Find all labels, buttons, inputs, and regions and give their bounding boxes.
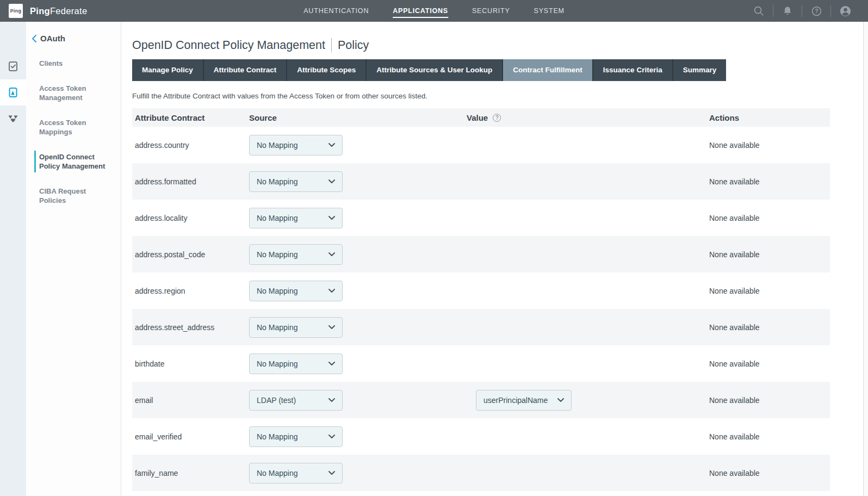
- chevron-left-icon: [32, 35, 36, 42]
- actions-value: None available: [709, 432, 830, 441]
- attribute-contract-value: address.formatted: [132, 177, 249, 186]
- attribute-contract-value: address.region: [132, 287, 249, 295]
- oauth-grants-icon[interactable]: [0, 106, 26, 132]
- chevron-down-icon: [328, 435, 335, 439]
- dropdown-value: No Mapping: [257, 177, 298, 186]
- tab-summary[interactable]: Summary: [672, 59, 727, 81]
- header-source: Source: [249, 113, 467, 122]
- nav-item-applications[interactable]: APPLICATIONS: [393, 0, 448, 22]
- attribute-contract-value: address.postal_code: [132, 250, 249, 259]
- scrollbar-track[interactable]: [863, 22, 868, 496]
- help-icon[interactable]: ?: [802, 0, 830, 22]
- header-icons: ?: [745, 0, 859, 22]
- header-actions: Actions: [709, 113, 830, 122]
- tab-bar: Manage PolicyAttribute ContractAttribute…: [132, 59, 726, 81]
- ping-logo-text: Ping: [10, 8, 21, 14]
- sidebar-items: ClientsAccess Token ManagementAccess Tok…: [26, 59, 121, 205]
- table-row: address.formatted No Mapping None availa…: [132, 163, 830, 200]
- dropdown-value: No Mapping: [257, 432, 298, 441]
- actions-value: None available: [709, 214, 830, 222]
- ping-logo: Ping: [9, 4, 23, 18]
- sidebar-item-ciba-request-policies[interactable]: CIBA Request Policies: [26, 187, 121, 205]
- chevron-down-icon: [328, 143, 335, 147]
- dropdown-value: No Mapping: [257, 214, 298, 222]
- attribute-contract-value: email_verified: [132, 432, 249, 441]
- source-dropdown[interactable]: No Mapping: [249, 208, 343, 228]
- contract-fulfillment-table: Attribute Contract Source Value ? Action…: [132, 108, 830, 491]
- brand-bold: Ping: [30, 6, 50, 16]
- nav-item-authentication[interactable]: AUTHENTICATION: [303, 0, 369, 22]
- chevron-down-icon: [328, 362, 335, 366]
- app-header: Ping PingFederate AUTHENTICATIONAPPLICAT…: [0, 0, 868, 22]
- sidebar-item-openid-connect-policy-management[interactable]: OpenID Connect Policy Management: [26, 152, 121, 171]
- source-dropdown[interactable]: No Mapping: [249, 281, 343, 301]
- tab-attribute-contract[interactable]: Attribute Contract: [203, 59, 287, 81]
- dropdown-value: userPrincipalName: [483, 396, 548, 405]
- dropdown-value: No Mapping: [257, 250, 298, 259]
- table-row: email LDAP (test) userPrincipalName None…: [132, 382, 830, 418]
- value-help-icon[interactable]: ?: [493, 114, 501, 122]
- tab-issuance-criteria[interactable]: Issuance Criteria: [592, 59, 672, 81]
- source-dropdown[interactable]: No Mapping: [249, 426, 343, 447]
- sidebar: OAuth ClientsAccess Token ManagementAcce…: [26, 22, 121, 496]
- sidebar-item-access-token-mappings[interactable]: Access Token Mappings: [26, 118, 121, 137]
- source-dropdown[interactable]: No Mapping: [249, 135, 343, 156]
- source-dropdown[interactable]: No Mapping: [249, 317, 343, 338]
- search-icon[interactable]: [745, 0, 773, 22]
- source-dropdown[interactable]: LDAP (test): [249, 390, 343, 411]
- attribute-contract-value: address.street_address: [132, 323, 249, 332]
- user-avatar[interactable]: [831, 0, 859, 22]
- main-content: OpenID Connect Policy Management Policy …: [121, 22, 868, 496]
- dropdown-value: LDAP (test): [257, 396, 296, 405]
- brand-light: Federate: [50, 6, 87, 16]
- attribute-contract-value: address.country: [132, 141, 249, 150]
- top-nav: AUTHENTICATIONAPPLICATIONSSECURITYSYSTEM: [303, 0, 565, 22]
- header-attribute-contract: Attribute Contract: [132, 113, 249, 122]
- sidebar-back-oauth[interactable]: OAuth: [26, 34, 121, 43]
- tab-attribute-sources-user-lookup[interactable]: Attribute Sources & User Lookup: [365, 59, 502, 81]
- source-cell: No Mapping: [249, 244, 467, 265]
- actions-value: None available: [709, 177, 830, 186]
- table-row: email_verified No Mapping None available: [132, 418, 830, 455]
- source-dropdown[interactable]: No Mapping: [249, 354, 343, 374]
- table-row: family_name No Mapping None available: [132, 455, 830, 491]
- attribute-contract-value: birthdate: [132, 359, 249, 368]
- dropdown-value: No Mapping: [257, 141, 298, 150]
- actions-value: None available: [709, 323, 830, 332]
- notifications-bell-icon[interactable]: [773, 0, 802, 22]
- source-cell: No Mapping: [249, 281, 467, 301]
- sidebar-item-clients[interactable]: Clients: [26, 59, 121, 68]
- value-cell: userPrincipalName: [467, 390, 709, 411]
- attribute-contract-value: family_name: [132, 469, 249, 478]
- tab-manage-policy[interactable]: Manage Policy: [132, 59, 203, 81]
- source-cell: No Mapping: [249, 208, 467, 228]
- source-dropdown[interactable]: No Mapping: [249, 171, 343, 192]
- nav-item-system[interactable]: SYSTEM: [534, 0, 565, 22]
- nav-item-security[interactable]: SECURITY: [472, 0, 510, 22]
- access-token-icon[interactable]: [0, 79, 26, 106]
- clients-check-icon[interactable]: [0, 53, 26, 79]
- header-value-label: Value: [467, 113, 488, 122]
- value-dropdown[interactable]: userPrincipalName: [476, 390, 572, 411]
- sidebar-icon-rail: [0, 22, 26, 496]
- chevron-down-icon: [328, 179, 335, 184]
- brand-title: PingFederate: [30, 6, 87, 16]
- table-row: address.country No Mapping None availabl…: [132, 127, 830, 163]
- sidebar-item-access-token-management[interactable]: Access Token Management: [26, 84, 121, 102]
- source-dropdown[interactable]: No Mapping: [249, 463, 343, 483]
- table-row: address.postal_code No Mapping None avai…: [132, 236, 830, 272]
- chevron-down-icon: [328, 289, 335, 293]
- title-divider: [331, 38, 332, 52]
- chevron-down-icon: [328, 216, 335, 220]
- source-dropdown[interactable]: No Mapping: [249, 244, 343, 265]
- dropdown-value: No Mapping: [257, 287, 298, 295]
- chevron-down-icon: [328, 325, 335, 330]
- actions-value: None available: [709, 141, 830, 150]
- table-row: address.street_address No Mapping None a…: [132, 309, 830, 345]
- chevron-down-icon: [328, 398, 335, 402]
- source-cell: No Mapping: [249, 426, 467, 447]
- tab-attribute-scopes[interactable]: Attribute Scopes: [286, 59, 365, 81]
- actions-value: None available: [709, 287, 830, 295]
- attribute-contract-value: email: [132, 396, 249, 405]
- tab-contract-fulfillment[interactable]: Contract Fulfillment: [502, 59, 592, 81]
